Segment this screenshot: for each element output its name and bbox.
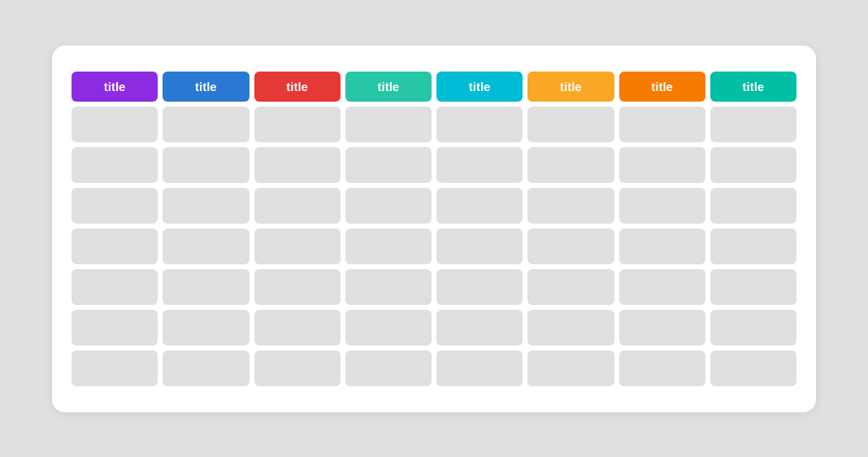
body-cell-r5-c1 [163,310,249,346]
table-row [72,228,796,264]
body-cell-r5-c6 [619,310,705,346]
body-cell-r1-c0 [72,147,158,183]
header-cell-4: title [436,72,523,102]
body-cell-r4-c2 [254,269,341,305]
header-cell-6: title [619,72,705,102]
body-cell-r6-c1 [163,350,249,386]
table-row [72,107,796,142]
table-row [72,147,796,183]
body-cell-r2-c4 [436,188,523,224]
body-cell-r1-c3 [345,147,432,183]
main-card: titletitletitletitletitletitletitletitle [52,46,816,412]
body-cell-r4-c4 [436,269,523,305]
header-cell-1: title [163,72,249,102]
body-cell-r1-c7 [710,147,796,183]
body-cell-r0-c5 [527,107,614,142]
body-cell-r2-c3 [345,188,432,224]
body-cell-r4-c7 [710,269,796,305]
body-cell-r0-c1 [163,107,249,142]
body-cell-r5-c3 [345,310,432,346]
body-cell-r3-c2 [254,228,341,264]
body-cell-r1-c2 [254,147,341,183]
body-cell-r1-c6 [619,147,705,183]
body-cell-r3-c0 [72,228,158,264]
body-cell-r4-c5 [527,269,614,305]
body-cell-r2-c1 [163,188,249,224]
body-cell-r4-c3 [345,269,432,305]
header-cell-7: title [710,72,796,102]
body-cell-r1-c1 [163,147,249,183]
table-row [72,310,796,346]
body-cell-r4-c6 [619,269,705,305]
body-cell-r3-c4 [436,228,523,264]
body-cell-r2-c6 [619,188,705,224]
body-cell-r0-c2 [254,107,341,142]
body-cell-r0-c4 [436,107,523,142]
body-cell-r5-c0 [72,310,158,346]
header-cell-0: title [72,72,158,102]
body-cell-r6-c6 [619,350,705,386]
body-cell-r5-c7 [710,310,796,346]
body-cell-r2-c0 [72,188,158,224]
header-cell-2: title [254,72,341,102]
body-cell-r3-c7 [710,228,796,264]
body-cell-r3-c1 [163,228,249,264]
body-cell-r1-c4 [436,147,523,183]
body-cell-r4-c0 [72,269,158,305]
table-header: titletitletitletitletitletitletitletitle [72,72,796,102]
body-cell-r0-c7 [710,107,796,142]
body-cell-r0-c3 [345,107,432,142]
body-cell-r3-c6 [619,228,705,264]
body-cell-r4-c1 [163,269,249,305]
body-cell-r6-c7 [710,350,796,386]
body-cell-r0-c6 [619,107,705,142]
data-table: titletitletitletitletitletitletitletitle [72,72,796,386]
body-cell-r6-c3 [345,350,432,386]
body-cell-r5-c2 [254,310,341,346]
table-row [72,188,796,224]
body-cell-r6-c4 [436,350,523,386]
body-cell-r5-c4 [436,310,523,346]
table-row [72,269,796,305]
body-cell-r2-c5 [527,188,614,224]
body-cell-r6-c5 [527,350,614,386]
body-cell-r5-c5 [527,310,614,346]
table-row [72,350,796,386]
body-cell-r2-c7 [710,188,796,224]
table-body [72,107,796,386]
body-cell-r3-c5 [527,228,614,264]
body-cell-r0-c0 [72,107,158,142]
body-cell-r6-c2 [254,350,341,386]
body-cell-r6-c0 [72,350,158,386]
header-cell-3: title [345,72,432,102]
body-cell-r2-c2 [254,188,341,224]
header-cell-5: title [527,72,614,102]
body-cell-r3-c3 [345,228,432,264]
body-cell-r1-c5 [527,147,614,183]
